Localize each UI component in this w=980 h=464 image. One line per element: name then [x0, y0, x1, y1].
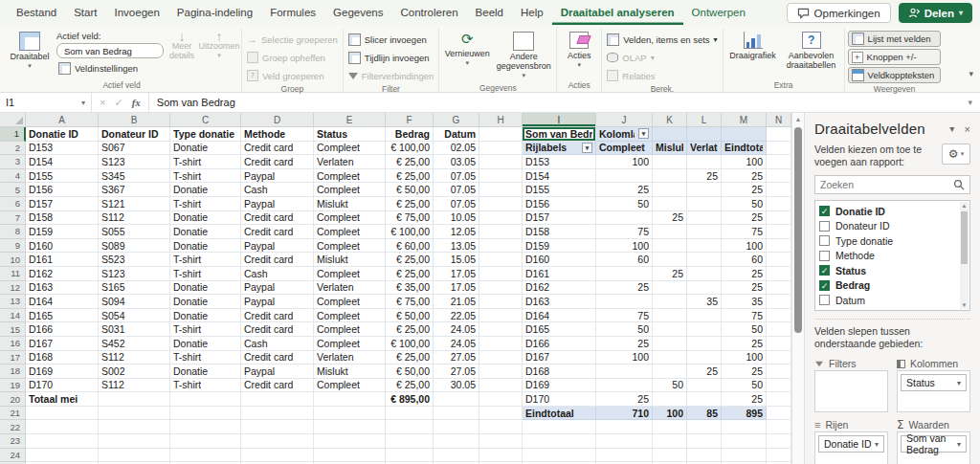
cell-D17[interactable]: Credit card	[241, 351, 314, 365]
col-header-H[interactable]: H	[479, 113, 523, 127]
cell-N18[interactable]	[767, 365, 791, 379]
cell-G10[interactable]: 15.05	[434, 253, 479, 267]
cell-G20[interactable]	[434, 392, 479, 407]
field-item-type-donatie[interactable]: Type donatie	[819, 233, 958, 249]
scroll-down-icon[interactable]: ▼	[960, 302, 969, 308]
tab-draaitabel-analyseren[interactable]: Draaitabel analyseren	[552, 1, 683, 25]
cell-J22[interactable]	[596, 420, 653, 434]
cell-E16[interactable]: Compleet	[314, 337, 386, 351]
cell-D18[interactable]: Paypal	[241, 365, 314, 379]
cell-G23[interactable]	[434, 434, 479, 449]
cell-K12[interactable]	[653, 281, 687, 296]
row-header-6[interactable]: 6	[0, 197, 26, 211]
cell-N17[interactable]	[767, 351, 791, 365]
cell-B19[interactable]: S112	[99, 379, 170, 393]
cell-C18[interactable]: Donatie	[170, 365, 241, 379]
row-header-7[interactable]: 7	[0, 211, 26, 226]
cell-B23[interactable]	[99, 434, 170, 449]
cell-E1[interactable]: Status	[314, 127, 386, 142]
velden-items-sets-button[interactable]: Velden, items en sets ▾	[605, 32, 719, 47]
cell-D10[interactable]: Credit card	[241, 253, 314, 267]
tab-help[interactable]: Help	[512, 1, 552, 25]
cell-C8[interactable]: Donatie	[170, 225, 241, 239]
cell-D3[interactable]: Credit card	[241, 155, 314, 169]
cell-D23[interactable]	[241, 434, 314, 449]
row-header-12[interactable]: 12	[0, 281, 26, 296]
cell-K6[interactable]	[653, 197, 687, 211]
cell-K20[interactable]	[653, 392, 687, 407]
cell-M19[interactable]: 50	[722, 379, 767, 393]
cell-J12[interactable]: 25	[596, 281, 653, 296]
columns-area[interactable]: Status▾	[897, 370, 970, 412]
row-header-24[interactable]: 24	[0, 449, 26, 463]
cell-I14[interactable]: D164	[523, 309, 596, 323]
cell-N23[interactable]	[767, 434, 791, 449]
cell-D5[interactable]: Cash	[241, 183, 314, 197]
cell-L10[interactable]	[687, 253, 722, 267]
cell-H23[interactable]	[479, 434, 523, 449]
filter-dropdown-icon[interactable]: ▾	[582, 143, 592, 153]
cell-L6[interactable]	[687, 197, 722, 211]
cell-A18[interactable]: D169	[26, 365, 99, 379]
filters-area[interactable]	[814, 370, 888, 412]
cell-L12[interactable]	[687, 281, 722, 296]
expand-formula-bar-icon[interactable]: ▾	[968, 98, 972, 107]
cell-M4[interactable]: 25	[722, 169, 767, 184]
cell-L3[interactable]	[687, 155, 722, 169]
cell-N15[interactable]	[767, 322, 791, 337]
cell-F18[interactable]: € 50,00	[386, 365, 434, 379]
col-header-C[interactable]: C	[170, 113, 241, 127]
cell-F17[interactable]: € 25,00	[386, 351, 434, 365]
cell-K16[interactable]	[653, 337, 687, 351]
cell-K1[interactable]	[653, 127, 687, 142]
cell-K8[interactable]	[653, 225, 687, 239]
cell-C19[interactable]: T-shirt	[170, 379, 241, 393]
cell-I22[interactable]	[523, 420, 596, 434]
cell-G4[interactable]: 07.05	[434, 169, 479, 184]
cell-D13[interactable]: Paypal	[241, 295, 314, 309]
cell-E18[interactable]: Mislukt	[314, 365, 386, 379]
cell-I4[interactable]: D154	[523, 169, 596, 184]
row-header-1[interactable]: 1	[0, 127, 26, 142]
cell-B10[interactable]: S523	[99, 253, 170, 267]
row-header-11[interactable]: 11	[0, 267, 26, 281]
cell-J16[interactable]: 25	[596, 337, 653, 351]
comments-button[interactable]: Opmerkingen	[787, 3, 891, 23]
row-header-22[interactable]: 22	[0, 420, 26, 434]
cell-M18[interactable]: 25	[722, 365, 767, 379]
row-header-15[interactable]: 15	[0, 322, 26, 337]
cell-I10[interactable]: D160	[523, 253, 596, 267]
cell-D19[interactable]: Credit card	[241, 379, 314, 393]
cell-C4[interactable]: T-shirt	[170, 169, 241, 184]
cell-C1[interactable]: Type donatie	[170, 127, 241, 142]
cell-G9[interactable]: 13.05	[434, 239, 479, 254]
cell-D6[interactable]: Paypal	[241, 197, 314, 211]
cell-N11[interactable]	[767, 267, 791, 281]
cell-E6[interactable]: Mislukt	[314, 197, 386, 211]
rows-area[interactable]: Donatie ID▾	[814, 431, 888, 464]
cell-C20[interactable]	[170, 392, 241, 407]
cell-L19[interactable]	[687, 379, 722, 393]
cell-N19[interactable]	[767, 379, 791, 393]
cell-I16[interactable]: D166	[523, 337, 596, 351]
cell-I23[interactable]	[523, 434, 596, 449]
cell-C15[interactable]: T-shirt	[170, 322, 241, 337]
cell-I8[interactable]: D158	[523, 225, 596, 239]
cell-A6[interactable]: D157	[26, 197, 99, 211]
row-header-3[interactable]: 3	[0, 155, 26, 169]
cell-M10[interactable]: 60	[722, 253, 767, 267]
cell-C12[interactable]: Donatie	[170, 281, 241, 296]
cell-J18[interactable]	[596, 365, 653, 379]
cell-G21[interactable]	[434, 407, 479, 421]
cell-K3[interactable]	[653, 155, 687, 169]
cell-I2[interactable]: Rijlabels▾	[523, 142, 596, 156]
cell-N22[interactable]	[767, 420, 791, 434]
cell-C13[interactable]: Donatie	[170, 295, 241, 309]
cell-E22[interactable]	[314, 420, 386, 434]
cell-C7[interactable]: Donatie	[170, 211, 241, 226]
cell-F8[interactable]: € 100,00	[386, 225, 434, 239]
field-item-bedrag[interactable]: ✓Bedrag	[819, 278, 958, 294]
cell-N2[interactable]	[767, 142, 791, 156]
cell-H3[interactable]	[479, 155, 523, 169]
row-header-2[interactable]: 2	[0, 142, 26, 156]
